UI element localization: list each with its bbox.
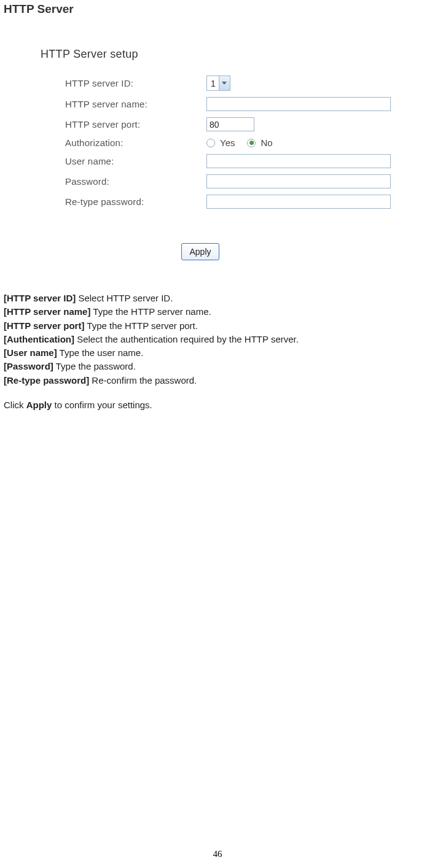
label-server-id: HTTP server ID: <box>65 78 206 88</box>
label-password: Password: <box>65 176 206 187</box>
desc-label: [Authentication] <box>4 334 74 344</box>
chevron-down-icon[interactable] <box>219 76 230 90</box>
row-server-id: HTTP server ID: 1 <box>41 76 409 91</box>
row-server-port: HTTP server port: <box>41 117 409 131</box>
desc-retype-password: [Re-type password] Re-confirm the passwo… <box>4 374 431 387</box>
server-name-input[interactable] <box>206 97 391 111</box>
desc-user-name: [User name] Type the user name. <box>4 347 431 359</box>
authorization-radio-group: Yes No <box>206 138 273 148</box>
desc-authentication: [Authentication] Select the authenticati… <box>4 333 431 346</box>
desc-label: [HTTP server name] <box>4 306 90 317</box>
label-authorization: Authorization: <box>65 138 206 148</box>
auth-yes-radio[interactable] <box>206 139 215 147</box>
apply-wrap: Apply <box>41 243 335 260</box>
desc-label: [Re-type password] <box>4 375 89 386</box>
descriptions: [HTTP server ID] Select HTTP server ID. … <box>4 292 431 411</box>
row-authorization: Authorization: Yes No <box>41 138 409 148</box>
desc-text: Select the authentication required by th… <box>74 334 299 344</box>
apply-note-pre: Click <box>4 400 26 410</box>
apply-note: Click Apply to confirm your settings. <box>4 399 431 411</box>
desc-server-port: [HTTP server port] Type the HTTP server … <box>4 320 431 332</box>
desc-label: [HTTP server ID] <box>4 293 76 303</box>
user-name-input[interactable] <box>206 154 391 168</box>
desc-server-id: [HTTP server ID] Select HTTP server ID. <box>4 292 431 304</box>
desc-label: [HTTP server port] <box>4 320 84 331</box>
desc-password: [Password] Type the password. <box>4 360 431 373</box>
apply-note-bold: Apply <box>26 400 52 410</box>
desc-text: Type the user name. <box>57 347 144 358</box>
desc-text: Type the HTTP server name. <box>90 306 211 317</box>
desc-label: [Password] <box>4 361 53 371</box>
desc-server-name: [HTTP server name] Type the HTTP server … <box>4 306 431 318</box>
apply-note-post: to confirm your settings. <box>52 400 152 410</box>
desc-text: Select HTTP server ID. <box>76 293 173 303</box>
row-password: Password: <box>41 174 409 188</box>
label-server-port: HTTP server port: <box>65 119 206 130</box>
row-server-name: HTTP server name: <box>41 97 409 111</box>
label-user-name: User name: <box>65 156 206 166</box>
password-input[interactable] <box>206 174 391 188</box>
row-retype-password: Re-type password: <box>41 195 409 209</box>
desc-label: [User name] <box>4 347 57 358</box>
http-server-panel: HTTP Server setup HTTP server ID: 1 HTTP… <box>41 48 409 260</box>
row-user-name: User name: <box>41 154 409 168</box>
apply-button[interactable]: Apply <box>181 243 219 260</box>
desc-text: Re-confirm the password. <box>89 375 197 386</box>
auth-no-label: No <box>261 138 272 148</box>
label-server-name: HTTP server name: <box>65 99 206 109</box>
server-id-value: 1 <box>207 79 219 88</box>
label-retype-password: Re-type password: <box>65 196 206 207</box>
desc-text: Type the HTTP server port. <box>84 320 198 331</box>
server-port-input[interactable] <box>206 117 254 131</box>
retype-password-input[interactable] <box>206 195 391 209</box>
page-number: 46 <box>213 849 222 859</box>
panel-heading: HTTP Server setup <box>41 48 409 61</box>
auth-yes-label: Yes <box>220 138 235 148</box>
auth-no-radio[interactable] <box>247 139 256 147</box>
desc-text: Type the password. <box>53 361 136 371</box>
page-title: HTTP Server <box>4 2 431 16</box>
server-id-select[interactable]: 1 <box>206 76 230 91</box>
